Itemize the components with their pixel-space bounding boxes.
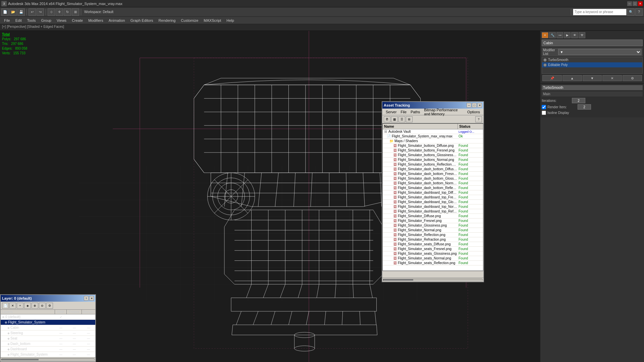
- layers-new-btn[interactable]: 📄: [2, 303, 9, 309]
- at-btn4[interactable]: ⊞: [406, 116, 413, 122]
- display-panel-btn[interactable]: 👁: [571, 32, 578, 38]
- modifier-turbosmooth[interactable]: TurboSmooth: [542, 57, 642, 62]
- menu-graph-editors[interactable]: Graph Editors: [128, 18, 156, 23]
- menu-modifiers[interactable]: Modifiers: [86, 18, 106, 23]
- menu-tools[interactable]: Tools: [24, 18, 39, 23]
- maximize-button[interactable]: □: [633, 1, 637, 6]
- at-row[interactable]: 🖼Flight_Simulator_dash_bottom_Normal.png…: [383, 181, 483, 186]
- layers-select-btn[interactable]: ◈: [24, 303, 31, 309]
- save-button[interactable]: 💾: [17, 8, 25, 16]
- at-row[interactable]: 📁Maps / Shaders: [383, 139, 483, 143]
- at-row[interactable]: 🖼Flight_Simulator_dashboard_top_Normal.p…: [383, 204, 483, 209]
- mod-nav-up[interactable]: ▲: [562, 75, 582, 81]
- at-row[interactable]: 🖼Flight_Simulator_buttons_Diffuse.pngFou…: [383, 143, 483, 148]
- object-name-field[interactable]: [542, 40, 643, 46]
- layers-expand-btn[interactable]: ⊕: [32, 303, 38, 309]
- at-help-btn[interactable]: ?: [475, 116, 482, 122]
- modifier-dropdown[interactable]: ▼: [558, 49, 641, 55]
- undo-button[interactable]: ↩: [29, 8, 36, 16]
- mod-nav-delete[interactable]: ✕: [602, 75, 622, 81]
- layers-panel-help[interactable]: ?: [84, 296, 89, 301]
- lp-row[interactable]: ◈Steering — — —: [1, 330, 95, 336]
- at-row[interactable]: 🖼Flight_Simulator_dash_bottom_Reflection…: [383, 186, 483, 190]
- select-button[interactable]: ⊹: [48, 8, 55, 16]
- at-maximize-btn[interactable]: □: [472, 103, 477, 108]
- at-row[interactable]: 🖼Flight_Simulator_buttons_Reflection.png…: [383, 162, 483, 167]
- rotate-button[interactable]: ↻: [64, 8, 71, 16]
- at-content[interactable]: Name Status 🏛Autodesk VaultLogged O...📄F…: [382, 123, 483, 271]
- at-btn2[interactable]: ▦: [391, 116, 398, 122]
- at-scrollbar[interactable]: [382, 278, 483, 282]
- menu-create[interactable]: Create: [69, 18, 86, 23]
- lp-row[interactable]: ⊕Flight_Simulator_System: [1, 320, 95, 325]
- at-row[interactable]: 📄Flight_Simulator_System_max_vray.maxOk: [383, 134, 483, 139]
- lp-row[interactable]: ⊕0 (default) ✓: [1, 314, 95, 320]
- create-panel-btn[interactable]: ✦: [542, 32, 548, 38]
- menu-file[interactable]: File: [1, 18, 13, 23]
- at-row[interactable]: 🖼Flight_Simulator_dashboard_top_Reflecti…: [383, 209, 483, 214]
- ts-render-iters-checkbox[interactable]: [542, 105, 546, 109]
- close-button[interactable]: ✕: [638, 1, 643, 6]
- menu-maxscript[interactable]: MAXScript: [201, 18, 224, 23]
- lp-row[interactable]: ◈Dashboard — — —: [1, 347, 95, 352]
- utilities-panel-btn[interactable]: ⚒: [579, 32, 585, 38]
- at-row[interactable]: 🖼Flight_Simulator_seats_Reflection.pngFo…: [383, 261, 483, 265]
- layers-scrollbar[interactable]: [1, 357, 95, 361]
- at-row[interactable]: 🖼Flight_Simulator_dashboard_top_Glossine…: [383, 200, 483, 204]
- at-menu-server[interactable]: Server: [384, 109, 398, 115]
- at-row[interactable]: 🖼Flight_Simulator_Fresnel.pngFound: [383, 219, 483, 223]
- at-row[interactable]: 🖼Flight_Simulator_seats_Glossiness.pngFo…: [383, 251, 483, 256]
- menu-rendering[interactable]: Rendering: [156, 18, 178, 23]
- at-menu-options[interactable]: Options: [465, 109, 482, 115]
- search-button[interactable]: 🔍: [627, 8, 635, 16]
- lp-row[interactable]: ◈Seat — — —: [1, 336, 95, 341]
- new-button[interactable]: 📄: [1, 8, 9, 16]
- menu-edit[interactable]: Edit: [13, 18, 24, 23]
- ts-render-iters-input[interactable]: [578, 104, 591, 110]
- at-row[interactable]: 🖼Flight_Simulator_dash_bottom_Glossiness…: [383, 176, 483, 181]
- at-row[interactable]: 🖼Flight_Simulator_Glossiness.pngFound: [383, 223, 483, 228]
- search-input[interactable]: [573, 9, 627, 15]
- layers-delete-btn[interactable]: ✕: [9, 303, 16, 309]
- move-button[interactable]: ✛: [56, 8, 63, 16]
- at-row[interactable]: 🖼Flight_Simulator_buttons_Normal.pngFoun…: [383, 158, 483, 162]
- at-row[interactable]: 🖼Flight_Simulator_Diffuse.pngFound: [383, 214, 483, 219]
- help-button[interactable]: ?: [635, 8, 643, 16]
- at-row[interactable]: 🖼Flight_Simulator_dashboard_top_Fresnel.…: [383, 195, 483, 200]
- lp-row[interactable]: ◈Flight_Simulator_System — — —: [1, 352, 95, 357]
- at-row[interactable]: 🖼Flight_Simulator_seats_Normal.pngFound: [383, 256, 483, 261]
- at-row[interactable]: 🖼Flight_Simulator_seats_Diffuse.pngFound: [383, 242, 483, 247]
- at-row[interactable]: 🖼Flight_Simulator_seats_Fresnel.pngFound: [383, 247, 483, 251]
- mod-nav-pin[interactable]: 📌: [542, 75, 562, 81]
- layers-collapse-btn[interactable]: ⊖: [39, 303, 46, 309]
- mod-nav-down[interactable]: ▼: [583, 75, 602, 81]
- mod-nav-config[interactable]: ⚙: [623, 75, 642, 81]
- open-button[interactable]: 📂: [9, 8, 17, 16]
- at-row[interactable]: 🖼Flight_Simulator_buttons_Glossiness.png…: [383, 153, 483, 158]
- layers-settings-btn[interactable]: ⚙: [46, 303, 53, 309]
- minimize-button[interactable]: ─: [627, 1, 632, 6]
- scale-button[interactable]: ⊞: [72, 8, 79, 16]
- menu-help[interactable]: Help: [224, 18, 237, 23]
- at-row[interactable]: 🖼Flight_Simulator_buttons_Fresnel.pngFou…: [383, 148, 483, 153]
- lp-row[interactable]: ◈Cabin — — —: [1, 325, 95, 330]
- at-row[interactable]: 🖼Flight_Simulator_Reflection.pngFound: [383, 233, 483, 237]
- motion-panel-btn[interactable]: ▶: [564, 32, 571, 38]
- at-row[interactable]: 🖼Flight_Simulator_dashboard_top_Diffuse.…: [383, 190, 483, 195]
- at-menu-file[interactable]: File: [398, 109, 409, 115]
- layers-panel-titlebar[interactable]: Layer: 0 (default) ? ✕: [1, 295, 95, 302]
- at-close-btn[interactable]: ✕: [477, 103, 482, 108]
- at-btn1[interactable]: 🖹: [384, 116, 390, 122]
- layers-add-btn[interactable]: +: [17, 303, 23, 309]
- at-minimize-btn[interactable]: ─: [467, 103, 471, 108]
- at-row[interactable]: 🏛Autodesk VaultLogged O...: [383, 129, 483, 134]
- menu-animation[interactable]: Animation: [106, 18, 128, 23]
- redo-button[interactable]: ↪: [37, 8, 44, 16]
- modifier-editable-poly[interactable]: Editable Poly: [542, 62, 642, 67]
- menu-group[interactable]: Group: [38, 18, 54, 23]
- at-menu-paths[interactable]: Paths: [409, 109, 422, 115]
- at-row[interactable]: 🖼Flight_Simulator_dash_bottom_Fresnel.pn…: [383, 172, 483, 176]
- ts-isoline-checkbox[interactable]: [542, 111, 546, 115]
- hierarchy-panel-btn[interactable]: ⊶: [556, 32, 563, 38]
- at-row[interactable]: 🖼Flight_Simulator_dash_bottom_Diffuse.pn…: [383, 167, 483, 172]
